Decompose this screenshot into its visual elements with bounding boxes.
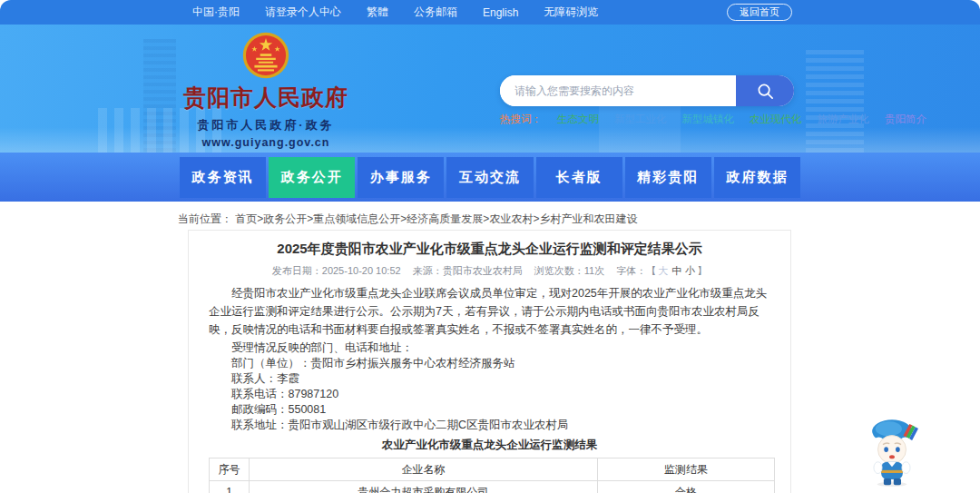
return-home-button[interactable]: 返回首页	[727, 4, 792, 21]
topbar-link-accessibility[interactable]: 无障碍浏览	[544, 5, 598, 20]
topbar-link-traditional[interactable]: 繁體	[367, 5, 388, 20]
article-meta: 发布日期：2025-10-20 10:52 来源：贵阳市农业农村局 浏览次数：1…	[209, 264, 770, 278]
search-input[interactable]	[500, 75, 736, 106]
national-emblem-icon	[241, 29, 290, 82]
hot-term-ecology[interactable]: 生态文明	[557, 113, 599, 126]
contact-department-line: 部门（单位）：贵阳市乡村振兴服务中心农村经济服务站	[209, 356, 770, 371]
hot-term-agriculture[interactable]: 农业现代化	[750, 113, 802, 126]
site-subtitle: 贵阳市人民政府·政务	[174, 117, 358, 133]
hot-term-tourism[interactable]: 旅游产业化	[818, 113, 870, 126]
table-row: 1 贵州合力超市采购有限公司 合格	[210, 481, 775, 493]
font-size-large-button[interactable]: 大	[658, 265, 668, 276]
table-caption: 农业产业化市级重点龙头企业运行监测结果	[209, 438, 770, 453]
main-nav-items: 政务资讯 政务公开 办事服务 互动交流 长者版 精彩贵阳 政府数据	[180, 157, 800, 198]
site-url: www.guiyang.gov.cn	[174, 136, 358, 149]
contact-address-line: 联系地址：贵阳市观山湖区市级行政中心二期C区贵阳市农业农村局	[209, 418, 770, 433]
font-size-label: 字体：【	[616, 265, 656, 276]
mascot-assistant-button[interactable]	[862, 413, 922, 491]
table-header-row: 序号 企业名称 监测结果	[210, 458, 775, 481]
nav-tab-news[interactable]: 政务资讯	[180, 157, 266, 198]
hot-search-row: 热搜词： 生态文明 新型工业化 新型城镇化 农业现代化 旅游产业化 贵阳简介	[500, 113, 926, 126]
view-count: 浏览次数：11次	[534, 265, 604, 276]
publish-date: 发布日期：2025-10-20 10:52	[272, 265, 401, 276]
nav-tab-services[interactable]: 办事服务	[358, 157, 444, 198]
monitoring-results-table: 序号 企业名称 监测结果 1 贵州合力超市采购有限公司 合格 2 贵州友禾种业有…	[209, 458, 775, 493]
font-size-label-end: 】	[697, 265, 707, 276]
header-serial-number: 序号	[210, 458, 250, 481]
article-paragraph: 经贵阳市农业产业化市级重点龙头企业联席会议成员单位审定，现对2025年开展的农业…	[209, 284, 770, 339]
nav-tab-gov-data[interactable]: 政府数据	[714, 157, 800, 198]
nav-tab-splendid-guiyang[interactable]: 精彩贵阳	[625, 157, 711, 198]
hot-term-guiyang-intro[interactable]: 贵阳简介	[885, 113, 926, 126]
header-company-name: 企业名称	[250, 458, 598, 481]
topbar-link-mailbox[interactable]: 公务邮箱	[414, 5, 457, 20]
browser-page: 中国·贵阳 请登录个人中心 繁體 公务邮箱 English 无障碍浏览 返回首页	[0, 0, 980, 493]
font-size-small-button[interactable]: 小	[685, 265, 695, 276]
cell-serial: 1	[210, 481, 250, 493]
banner-base-glow	[0, 127, 980, 153]
hot-term-industrialization[interactable]: 新型工业化	[614, 113, 667, 126]
topbar-link-login-center[interactable]: 请登录个人中心	[265, 5, 341, 20]
contact-person-line: 联系人：李霞	[209, 371, 770, 387]
contact-postcode-line: 邮政编码：550081	[209, 402, 770, 418]
site-title: 贵阳市人民政府	[174, 83, 358, 113]
nav-tab-gov-disclosure[interactable]: 政务公开	[269, 157, 355, 198]
site-logo[interactable]: 贵阳市人民政府 贵阳市人民政府·政务 www.guiyang.gov.cn	[174, 29, 358, 149]
site-banner: 贵阳市人民政府 贵阳市人民政府·政务 www.guiyang.gov.cn 热搜…	[0, 25, 980, 153]
article-source: 来源：贵阳市农业农村局	[413, 265, 523, 276]
topbar-link-china-guiyang[interactable]: 中国·贵阳	[192, 5, 240, 20]
breadcrumb-path[interactable]: 首页>政务公开>重点领域信息公开>经济高质量发展>农业农村>乡村产业和农田建设	[235, 212, 637, 225]
search-icon	[757, 83, 774, 100]
top-utility-bar: 中国·贵阳 请登录个人中心 繁體 公务邮箱 English 无障碍浏览 返回首页	[0, 0, 980, 25]
article-title: 2025年度贵阳市农业产业化市级重点龙头企业运行监测和评定结果公示	[209, 241, 770, 258]
topbar-link-english[interactable]: English	[483, 6, 518, 19]
article-body: 经贵阳市农业产业化市级重点龙头企业联席会议成员单位审定，现对2025年开展的农业…	[209, 284, 770, 493]
cell-result: 合格	[598, 481, 775, 493]
contact-phone-line: 联系电话：87987120	[209, 387, 770, 402]
content-area: 当前位置： 首页>政务公开>重点领域信息公开>经济高质量发展>农业农村>乡村产业…	[0, 202, 980, 493]
breadcrumb: 当前位置： 首页>政务公开>重点领域信息公开>经济高质量发展>农业农村>乡村产业…	[0, 202, 980, 227]
font-size-medium-button[interactable]: 中	[671, 265, 681, 276]
hot-search-label: 热搜词：	[500, 113, 542, 126]
breadcrumb-label: 当前位置：	[178, 212, 232, 225]
article-panel: 2025年度贵阳市农业产业化市级重点龙头企业运行监测和评定结果公示 发布日期：2…	[188, 230, 791, 493]
search-button[interactable]	[736, 75, 794, 106]
site-search-bar	[500, 75, 794, 106]
header-monitoring-result: 监测结果	[598, 458, 775, 481]
nav-tab-senior-version[interactable]: 长者版	[536, 157, 622, 198]
mascot-doll-icon	[862, 413, 922, 488]
cell-company: 贵州合力超市采购有限公司	[250, 481, 598, 493]
nav-tab-interaction[interactable]: 互动交流	[446, 157, 533, 198]
hot-term-urbanization[interactable]: 新型城镇化	[682, 113, 735, 126]
main-nav-bar: 政务资讯 政务公开 办事服务 互动交流 长者版 精彩贵阳 政府数据	[0, 153, 980, 202]
contact-intro-line: 受理情况反映的部门、电话和地址：	[209, 340, 770, 356]
